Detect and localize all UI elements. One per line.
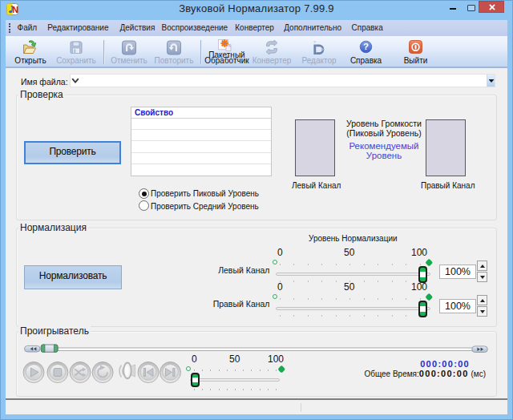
svg-text:?: ?	[363, 42, 369, 51]
